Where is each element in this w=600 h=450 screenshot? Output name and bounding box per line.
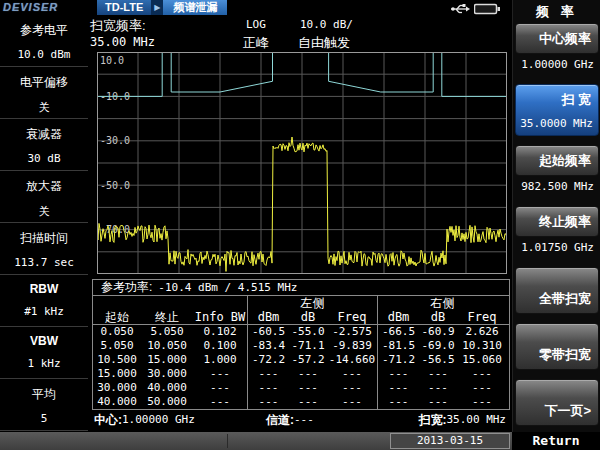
channel-label: 信道: [266,412,294,429]
svg-text:-30.0: -30.0 [100,135,130,146]
group-right: 右侧 [377,296,507,310]
col-left-db: dB [289,310,327,324]
left-sidebar-item-label: 参考电平 [0,15,88,39]
softkey-button-value: 35.0000 MHz [516,113,598,135]
span-freq-label: 扫宽频率: [90,17,146,35]
span-label: 扫宽: [418,412,446,429]
softkey-list: 中心频率 1.00000 GHz 扫 宽 35.0000 MHz 起始频率 98… [513,23,600,426]
softkey-button[interactable]: 终止频率 1.01750 GHz [515,206,599,258]
svg-text:10.0: 10.0 [100,55,124,66]
softkey-button-label[interactable]: 全带扫宽 [515,267,599,314]
table-body: 0.050 5.050 0.102 -60.5 -55.0 -2.575 -66… [93,325,509,409]
spectrum-plot: 10.0-10.0-30.0-50.0-70.0 [97,52,507,274]
left-sidebar-item: VBW 1 kHz [0,327,88,379]
softkey-button-label[interactable]: 中心频率 [515,23,599,54]
return-button[interactable]: Return [512,432,600,450]
scale-value: 10.0 dB/ [300,18,353,31]
col-infobw: Info BW [193,310,247,324]
left-sidebar-item-value: 113.7 sec [0,247,88,269]
softkey-menu-title: 频 率 [513,0,600,23]
table-header: 起始 终止 Info BW dBm dB Freq dBm dB Freq [93,310,509,325]
softkey-button[interactable]: 下一页> [515,379,599,426]
left-sidebar-item-label: VBW [0,327,88,348]
left-sidebar-item: 平均 5 [0,379,88,431]
svg-text:-50.0: -50.0 [100,180,130,191]
left-sidebar-item-label: 平均 [0,379,88,403]
softkey-button-value: 1.00000 GHz [515,54,599,75]
softkey-button[interactable]: 中心频率 1.00000 GHz [515,23,599,75]
left-sidebar-item: 扫描时间 113.7 sec [0,223,88,275]
softkey-button-label[interactable]: 零带扫宽 [515,323,599,370]
trigger-mode: 自由触发 [298,34,350,52]
center-freq-readout: 1.00000 GHz [122,412,195,429]
col-start: 起始 [93,310,141,324]
col-left-dbm: dBm [247,310,289,324]
left-sidebar-item: 放大器 关 [0,171,88,223]
left-sidebar-item: 衰减器 30 dB [0,119,88,171]
softkey-button-value: 1.01750 GHz [515,237,599,258]
main-area: 扫宽频率: 35.00 MHz LOG 10.0 dB/ 正峰 自由触发 10.… [88,15,512,432]
col-left-freq: Freq [327,310,377,324]
left-sidebar: 参考电平 10.0 dBm 电平偏移 关 衰减器 30 dB 放大器 关 扫描时… [0,15,88,432]
datetime-display: 2013-03-15 17:21:15 [390,433,510,449]
left-sidebar-item-value: 5 [0,403,88,425]
center-freq-label: 中心: [94,412,122,429]
left-sidebar-item-value: 10.0 dBm [0,39,88,61]
left-sidebar-item-label: 电平偏移 [0,67,88,91]
left-sidebar-item: 电平偏移 关 [0,67,88,119]
softkey-button-value: 982.500 MHz [515,176,599,197]
tab-separator-icon: ▶ [151,0,163,15]
left-sidebar-item-label: RBW [0,275,88,296]
softkey-button[interactable]: 扫 宽 35.0000 MHz [515,84,599,136]
ref-power-value: -10.4 dBm / 4.515 MHz [158,280,297,295]
group-blank [93,296,247,310]
tab-bar: TD-LTE ▶ 频谱泄漏 [97,0,227,15]
status-bar: 2013-03-15 17:21:15 [0,432,512,450]
col-right-dbm: dBm [377,310,419,324]
status-divider [227,434,228,448]
softkey-button-label[interactable]: 终止频率 [515,206,599,237]
col-stop: 终止 [141,310,193,324]
left-sidebar-item-value: 关 [0,91,88,115]
left-sidebar-item-value: 关 [0,195,88,219]
span-freq-value: 35.00 MHz [90,35,155,49]
measurement-box: 参考功率: -10.4 dBm / 4.515 MHz 左侧 右侧 起始 终止 … [92,279,510,410]
tab-mode[interactable]: TD-LTE [97,0,151,15]
left-sidebar-item-label: 放大器 [0,171,88,195]
left-sidebar-item: 参考电平 10.0 dBm [0,15,88,67]
span-readout: 35.00 MHz [446,412,506,429]
left-sidebar-item-label: 衰减器 [0,119,88,143]
ref-power-label: 参考功率: [101,280,152,295]
left-sidebar-item-value: 30 dB [0,143,88,165]
left-sidebar-item-label: 扫描时间 [0,223,88,247]
brand-logo: DEVISER [3,1,58,13]
scale-type: LOG [246,18,266,31]
bottom-info-bar: 中心: 1.00000 GHz 信道: --- 扫宽: 35.00 MHz [88,411,512,429]
left-sidebar-item-value: #1 kHz [0,296,88,318]
softkey-button[interactable]: 零带扫宽 [515,323,599,370]
col-right-db: dB [419,310,457,324]
softkey-button[interactable]: 全带扫宽 [515,267,599,314]
tab-screen-active[interactable]: 频谱泄漏 [163,0,227,15]
left-sidebar-item-value: 1 kHz [0,348,88,370]
softkey-button-label[interactable]: 起始频率 [515,145,599,176]
ref-power-row: 参考功率: -10.4 dBm / 4.515 MHz [93,280,509,296]
channel-readout: --- [294,412,314,429]
softkey-button-label[interactable]: 下一页> [515,379,599,426]
left-sidebar-item: RBW #1 kHz [0,275,88,327]
detector-mode: 正峰 [243,34,269,52]
softkey-button-label[interactable]: 扫 宽 [516,85,598,113]
softkey-button[interactable]: 起始频率 982.500 MHz [515,145,599,197]
group-left: 左侧 [247,296,377,310]
table-group-header: 左侧 右侧 [93,296,509,310]
col-right-freq: Freq [457,310,507,324]
top-bar: DEVISER TD-LTE ▶ 频谱泄漏 [0,0,512,15]
right-sidebar: 频 率 中心频率 1.00000 GHz 扫 宽 35.0000 MHz 起始频… [512,0,600,450]
